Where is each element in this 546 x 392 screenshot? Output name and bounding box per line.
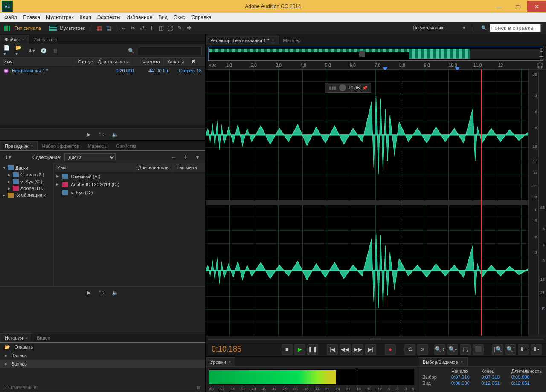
- filter-icon[interactable]: ▼: [193, 153, 202, 161]
- timecode-display[interactable]: 0:10.185: [210, 345, 261, 354]
- panel-menu-icon[interactable]: ≡: [461, 360, 463, 364]
- tree-item[interactable]: ▼Диски: [1, 164, 52, 171]
- minimize-button[interactable]: —: [490, 1, 508, 12]
- menu-favorites[interactable]: Избранное: [124, 14, 155, 21]
- skip-start-button[interactable]: |◀: [327, 344, 338, 355]
- headphones-icon[interactable]: 🎧: [537, 62, 543, 69]
- list-item[interactable]: ▶Adobe ID CC 2014 (D:): [54, 180, 205, 188]
- view-start[interactable]: 0:00.000: [451, 380, 478, 386]
- loop-button[interactable]: ⟲: [404, 344, 415, 355]
- panel-menu-icon[interactable]: ≡: [31, 144, 33, 148]
- drive-up-icon[interactable]: ⬆▾: [3, 153, 12, 161]
- skip-end-button[interactable]: ▶|: [365, 344, 376, 355]
- panel-menu-icon[interactable]: ≡: [22, 37, 24, 42]
- menu-file[interactable]: Файл: [2, 14, 20, 21]
- help-search[interactable]: 🔍: [476, 24, 546, 32]
- tab-video[interactable]: Видео: [32, 334, 55, 342]
- tab-mixer[interactable]: Микшер: [279, 36, 305, 45]
- menu-multitrack[interactable]: Мультитрек: [44, 14, 76, 21]
- preview-autoplay-icon[interactable]: 🔈: [112, 131, 119, 138]
- menu-help[interactable]: Справка: [189, 14, 214, 21]
- preview-autoplay-icon[interactable]: 🔈: [112, 289, 119, 296]
- mode-waveform[interactable]: Тип сигнала: [0, 24, 45, 32]
- panel-menu-icon[interactable]: ≡: [272, 38, 274, 43]
- brush-tool-icon[interactable]: ✎: [175, 23, 185, 33]
- workspace-selector[interactable]: По умолчанию ▾: [408, 25, 470, 31]
- channel-tool-icon[interactable]: ⚙: [539, 47, 544, 53]
- pause-button[interactable]: ❚❚: [307, 344, 318, 355]
- tab-levels[interactable]: Уровни≡: [206, 357, 235, 366]
- heal-tool-icon[interactable]: ✚: [185, 23, 194, 33]
- time-ruler[interactable]: чмс 1,0 2,0 3,0 4,0 5,0 6,0 7,0 8,0 9,0 …: [206, 61, 546, 70]
- zoom-in-icon[interactable]: 🔍+: [434, 344, 445, 355]
- stop-button[interactable]: ■: [282, 344, 293, 355]
- move-tool-icon[interactable]: ↔: [119, 23, 128, 33]
- horizontal-scrollbar[interactable]: ••••••••: [206, 336, 546, 342]
- gain-knob-icon[interactable]: [339, 84, 346, 91]
- slip-tool-icon[interactable]: ⇄: [138, 23, 147, 33]
- tab-selection-view[interactable]: Выбор/Видимое≡: [418, 357, 468, 366]
- lasso-tool-icon[interactable]: ◯: [166, 23, 175, 33]
- panel-menu-icon[interactable]: ≡: [26, 336, 28, 340]
- preview-play-icon[interactable]: ▶: [87, 131, 91, 138]
- zoom-v-out-icon[interactable]: ⇕-: [531, 344, 542, 355]
- file-row[interactable]: ♒ Без названия 1 * 0:20.000 44100 Гц Сте…: [0, 66, 205, 75]
- tab-properties[interactable]: Свойства: [112, 142, 141, 150]
- preview-loop-icon[interactable]: ⮌: [99, 131, 104, 138]
- gain-hud[interactable]: ▮▮▮ +0 dB 📌: [325, 83, 371, 93]
- folder-tree[interactable]: ▼Диски ▶Съемный ( ▶v_Sys (C:) ▶Adobe ID …: [0, 163, 54, 286]
- spectral-toggle-icon[interactable]: ▦: [95, 23, 104, 33]
- import-icon[interactable]: ⬇▾: [27, 47, 36, 55]
- record-button[interactable]: ●: [385, 344, 396, 355]
- menu-window[interactable]: Окно: [171, 14, 188, 21]
- nav-up-icon[interactable]: ↟: [181, 153, 190, 161]
- zoom-v-in-icon[interactable]: ⇕+: [518, 344, 529, 355]
- zoom-in-right-icon[interactable]: 🔍|: [505, 344, 516, 355]
- panel-menu-icon[interactable]: ≡: [229, 360, 231, 364]
- skip-selection-button[interactable]: ⤭: [417, 344, 428, 355]
- sel-dur[interactable]: 0:00.000: [511, 375, 542, 380]
- tree-item[interactable]: ▶Съемный (: [1, 171, 52, 178]
- menu-clip[interactable]: Клип: [77, 14, 94, 21]
- preview-play-icon[interactable]: ▶: [87, 289, 91, 296]
- tab-favorites[interactable]: Избранное: [29, 35, 61, 44]
- marquee-tool-icon[interactable]: ◫: [157, 23, 166, 33]
- cd-icon[interactable]: 💿: [39, 47, 48, 55]
- level-meter[interactable]: [209, 369, 414, 385]
- history-item[interactable]: 📂Открыть: [0, 343, 205, 351]
- maximize-button[interactable]: ▢: [508, 1, 527, 12]
- overview-navigator[interactable]: [208, 47, 543, 61]
- razor-tool-icon[interactable]: ✂: [128, 23, 138, 33]
- history-item[interactable]: ●Запись: [0, 351, 205, 360]
- tab-effects-rack[interactable]: Набор эффектов: [38, 142, 83, 150]
- files-column-headers[interactable]: Имя Статус Длительность Частота Каналы Б: [0, 57, 205, 66]
- preview-loop-icon[interactable]: ⮌: [99, 289, 104, 296]
- mode-multitrack[interactable]: Мультитрек: [45, 24, 89, 32]
- search-files-icon[interactable]: 🔍: [127, 47, 136, 55]
- grip-icon[interactable]: [359, 51, 365, 57]
- open-file-icon[interactable]: 📂▾: [15, 47, 24, 55]
- new-file-icon[interactable]: 📄▾: [3, 47, 12, 55]
- close-file-icon[interactable]: 🗑: [51, 47, 60, 55]
- search-input[interactable]: [490, 24, 541, 32]
- list-column-headers[interactable]: Имя Длительность Тип меди: [54, 163, 205, 172]
- zoom-sel-icon[interactable]: ⬛: [473, 344, 484, 355]
- zoom-in-left-icon[interactable]: |🔍: [492, 344, 503, 355]
- tree-item[interactable]: ▶Комбинация к: [1, 192, 52, 199]
- menu-edit[interactable]: Правка: [20, 14, 43, 21]
- waveform-display[interactable]: ▮▮▮ +0 dB 📌: [206, 70, 528, 336]
- playhead[interactable]: [481, 70, 482, 336]
- tab-history[interactable]: История≡: [0, 333, 32, 342]
- play-button[interactable]: ▶: [294, 344, 305, 355]
- ffwd-button[interactable]: ▶▶: [352, 344, 363, 355]
- files-filter-input[interactable]: [139, 46, 202, 55]
- tab-files[interactable]: Файлы≡: [0, 35, 29, 44]
- tree-item[interactable]: ▶v_Sys (C:): [1, 178, 52, 185]
- time-select-tool-icon[interactable]: I: [147, 23, 157, 33]
- pitch-toggle-icon[interactable]: ▤: [104, 23, 113, 33]
- menu-view[interactable]: Вид: [156, 14, 170, 21]
- tab-markers[interactable]: Маркеры: [84, 142, 112, 150]
- zoom-full-icon[interactable]: ⬚: [460, 344, 471, 355]
- menu-effects[interactable]: Эффекты: [95, 14, 123, 21]
- view-list-icon[interactable]: ☰: [539, 55, 544, 61]
